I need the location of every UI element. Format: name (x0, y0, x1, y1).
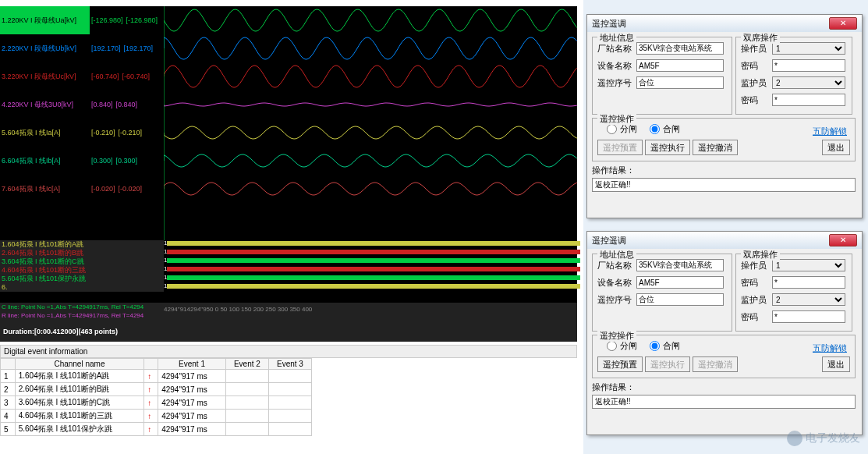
pwd2-label: 密码 (741, 311, 772, 323)
pwd2-input[interactable] (772, 310, 845, 323)
station-label: 厂站名称 (597, 43, 636, 55)
address-info-fieldset: 地址信息 厂站名称 设备名称 遥控序号 (592, 254, 732, 332)
cancel-button[interactable]: 遥控撤消 (693, 140, 738, 155)
result-area: 操作结果： 返校正确!! (592, 381, 856, 417)
operator-select[interactable]: 1 (772, 259, 845, 271)
exit-button[interactable]: 退出 (822, 140, 850, 155)
digital-channel-label[interactable]: 5.604拓泉 I 线101保护永跳 (0, 275, 164, 283)
operator-label: 操作员 (741, 260, 772, 271)
result-area: 操作结果： 返校正确!! (592, 165, 856, 200)
open-radio[interactable] (607, 124, 617, 134)
result-label: 操作结果： (592, 381, 856, 393)
exec-button[interactable]: 遥控执行 (645, 356, 690, 372)
event-col-header: Event 2 (225, 359, 268, 370)
waveform-area: 1.220KV I 段母线Ua[kV]2.220KV I 段母线Ub[kV]3.… (0, 6, 577, 342)
digital-channels: 1.604拓泉 I 线101断的A跳2.604拓泉 I 线101断的B跳3.60… (0, 240, 577, 303)
event-row[interactable]: 33.604拓泉 I 线101断的C跳↑4294"917 ms (1, 396, 312, 410)
unlock-link[interactable]: 五防解锁 (810, 126, 850, 137)
seq-label: 遥控序号 (597, 294, 636, 306)
channel-labels: 1.220KV I 段母线Ua[kV]2.220KV I 段母线Ub[kV]3.… (0, 6, 90, 240)
digital-bar: 1 (164, 266, 577, 275)
event-row[interactable]: 44.604拓泉 I 线101断的三跳↑4294"917 ms (1, 410, 312, 423)
duration-label: Duration:[0:00.412000](463 points) (2, 326, 119, 337)
pwd1-input[interactable] (772, 276, 845, 289)
close-radio[interactable] (650, 124, 660, 134)
seq-input[interactable] (636, 293, 724, 306)
dialog-titlebar[interactable]: 遥控遥调 ✕ (587, 232, 862, 249)
close-icon[interactable]: ✕ (829, 17, 857, 30)
channel-label[interactable]: 4.220KV I 母线3U0[kV] (0, 90, 90, 119)
close-radio-label: 合闸 (663, 340, 680, 352)
pwd2-label: 密码 (741, 94, 772, 106)
seq-input[interactable] (636, 76, 724, 89)
digital-bar: 1 (164, 283, 577, 292)
dual-seat-fieldset: 双席操作 操作员1 密码 监护员2 密码 (735, 254, 852, 332)
operator-label: 操作员 (741, 43, 772, 55)
channel-label[interactable]: 1.220KV I 段母线Ua[kV] (0, 6, 90, 34)
channel-label[interactable]: 5.604拓泉 I 线Ia[A] (0, 119, 90, 147)
digital-channel-label[interactable]: 2.604拓泉 I 线101断的B跳 (0, 249, 164, 257)
right-dialogs-area: 遥控遥调 ✕ 地址信息 厂站名称 设备名称 遥控序号 双席操作 操作员1 密码 … (583, 0, 868, 454)
digital-channel-label[interactable]: 6. (0, 283, 164, 292)
waveform-viewer-panel: 1.220KV I 段母线Ua[kV]2.220KV I 段母线Ub[kV]3.… (0, 0, 577, 454)
event-row[interactable]: 22.604拓泉 I 线101断的B跳↑4294"917 ms (1, 383, 312, 396)
fieldset-legend: 遥控操作 (597, 113, 636, 125)
open-radio-label: 分闸 (620, 123, 637, 135)
channel-label[interactable]: 6.604拓泉 I 线Ib[A] (0, 147, 90, 175)
digital-channel-label[interactable]: 4.604拓泉 I 线101断的三跳 (0, 266, 164, 275)
device-input[interactable] (636, 59, 724, 72)
open-radio[interactable] (607, 341, 617, 351)
exit-button[interactable]: 退出 (822, 356, 850, 372)
cancel-button[interactable]: 遥控撤消 (693, 356, 738, 372)
digital-channel-label[interactable]: 3.604拓泉 I 线101断的C跳 (0, 257, 164, 266)
exec-button[interactable]: 遥控执行 (645, 140, 690, 155)
station-input[interactable] (636, 259, 724, 271)
cursor-line-info: C line: Point No =1,Abs T=4294917ms, Rel… (2, 303, 158, 311)
device-label: 设备名称 (597, 60, 636, 72)
preset-button[interactable]: 遥控预置 (597, 140, 643, 155)
pwd1-label: 密码 (741, 277, 772, 289)
digital-channel-label[interactable]: 1.604拓泉 I 线101断的A跳 (0, 240, 164, 249)
guardian-select[interactable]: 2 (772, 76, 845, 89)
channel-label[interactable]: 7.604拓泉 I 线Ic[A] (0, 175, 90, 203)
dialog-titlebar[interactable]: 遥控遥调 ✕ (587, 15, 862, 32)
guardian-label: 监护员 (741, 294, 772, 306)
pwd1-input[interactable] (772, 59, 845, 72)
event-row[interactable]: 55.604拓泉 I 线101保护永跳↑4294"917 ms (1, 423, 312, 436)
operator-select[interactable]: 1 (772, 42, 845, 55)
channel-values: [-126.980][-126.980][192.170][192.170][-… (90, 6, 164, 240)
close-radio-label: 合闸 (663, 123, 680, 135)
time-ticks: 4294"914294"950 0 50 100 150 200 250 300… (164, 306, 312, 313)
station-input[interactable] (636, 42, 724, 55)
fieldset-legend: 遥控操作 (597, 330, 636, 342)
unlock-link[interactable]: 五防解锁 (810, 342, 850, 354)
result-label: 操作结果： (592, 165, 856, 176)
guardian-select[interactable]: 2 (772, 293, 845, 306)
address-info-fieldset: 地址信息 厂站名称 设备名称 遥控序号 (592, 37, 732, 115)
preset-button[interactable]: 遥控预置 (597, 356, 643, 372)
seq-label: 遥控序号 (597, 77, 636, 89)
close-icon[interactable]: ✕ (829, 234, 857, 247)
device-input[interactable] (636, 276, 724, 289)
event-table: Channel nameEvent 1Event 2Event 3 11.604… (0, 358, 312, 436)
event-section: Digital event information Channel nameEv… (0, 345, 577, 436)
channel-label[interactable]: 2.220KV I 段母线Ub[kV] (0, 34, 90, 62)
dialog-title-text: 遥控遥调 (592, 235, 626, 247)
channel-value: [-0.020][-0.020] (90, 175, 164, 203)
event-col-header (144, 359, 158, 370)
control-ops-fieldset: 遥控操作 分闸 合闸 五防解锁 遥控预置 遥控执行 遥控撤消 退出 (592, 118, 856, 161)
event-col-header: Event 1 (158, 359, 226, 370)
channel-value: [0.840][0.840] (90, 90, 164, 119)
fieldset-legend: 双席操作 (741, 32, 780, 44)
close-radio[interactable] (650, 341, 660, 351)
pwd2-input[interactable] (772, 94, 845, 106)
dialog-title-text: 遥控遥调 (592, 18, 626, 30)
channel-label[interactable]: 3.220KV I 段母线Uc[kV] (0, 62, 90, 90)
digital-bar: 1 (164, 240, 577, 249)
guardian-label: 监护员 (741, 77, 772, 89)
channel-value: [0.300][0.300] (90, 147, 164, 175)
remote-control-dialog-1: 遥控遥调 ✕ 地址信息 厂站名称 设备名称 遥控序号 双席操作 操作员1 密码 … (586, 14, 863, 218)
event-row[interactable]: 11.604拓泉 I 线101断的A跳↑4294"917 ms (1, 370, 312, 383)
device-label: 设备名称 (597, 277, 636, 289)
waveform-plot[interactable] (164, 6, 577, 240)
